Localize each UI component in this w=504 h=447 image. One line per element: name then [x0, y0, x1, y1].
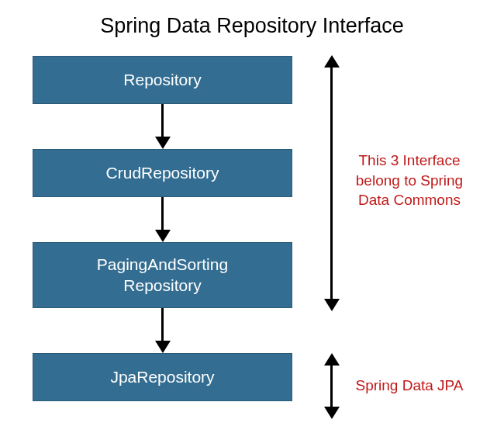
arrowhead-up-icon [324, 353, 340, 366]
box-label: Repository [123, 71, 201, 89]
annotation-line: belong to Spring [347, 171, 471, 191]
arrowhead-down-icon [155, 341, 171, 353]
box-label: JpaRepository [110, 368, 214, 386]
box-crud-repository: CrudRepository [33, 149, 292, 197]
arrowhead-down-icon [155, 137, 171, 149]
annotation-line: Spring Data JPA [355, 377, 463, 393]
connector-line [161, 197, 164, 231]
page-title: Spring Data Repository Interface [0, 0, 504, 38]
arrowhead-down-icon [324, 299, 340, 311]
box-label-line2: Repository [123, 275, 201, 296]
box-jpa-repository: JpaRepository [33, 353, 292, 401]
annotation-line: Data Commons [347, 190, 471, 210]
box-label-line1: PagingAndSorting [97, 255, 228, 275]
annotation-line: This 3 Interface [347, 151, 471, 171]
box-repository: Repository [33, 56, 292, 104]
arrowhead-up-icon [324, 55, 340, 68]
arrowhead-down-icon [155, 230, 171, 242]
diagram: Repository CrudRepository PagingAndSorti… [33, 56, 475, 436]
connector-line [161, 104, 164, 138]
range-bracket-commons [330, 67, 333, 300]
connector-line [161, 308, 164, 342]
annotation-spring-data-commons: This 3 Interface belong to Spring Data C… [347, 151, 471, 210]
arrowhead-down-icon [324, 407, 340, 419]
annotation-spring-data-jpa: Spring Data JPA [347, 376, 471, 396]
range-bracket-jpa [330, 365, 333, 407]
box-label: CrudRepository [106, 164, 219, 182]
box-paging-sorting-repository: PagingAndSorting Repository [33, 242, 292, 308]
